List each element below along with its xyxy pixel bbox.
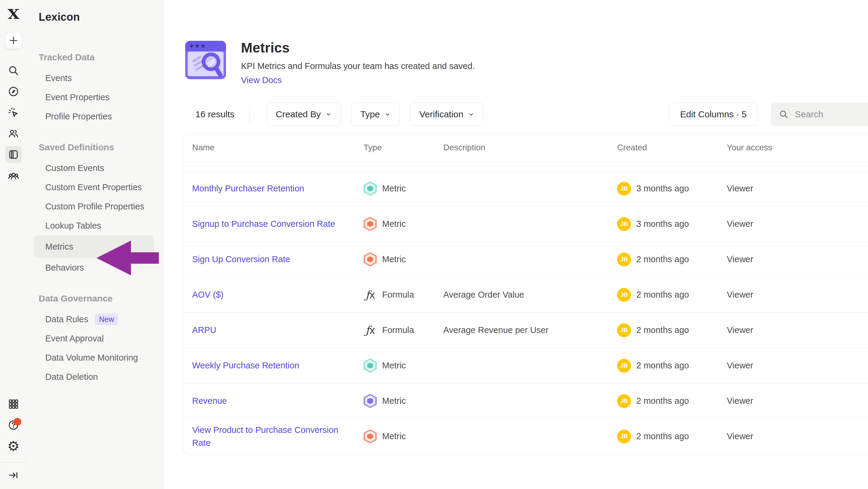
metric-name-link[interactable]: ARPU bbox=[192, 325, 235, 335]
sidebar-item-behaviors[interactable]: Behaviors bbox=[34, 258, 154, 277]
sidebar-item-label: Data Volume Monitoring bbox=[45, 353, 138, 363]
rail-help-button[interactable] bbox=[5, 417, 22, 433]
creator-avatar[interactable]: JB bbox=[617, 182, 631, 196]
metric-hexagon-icon bbox=[364, 394, 377, 408]
metric-hexagon-icon bbox=[364, 358, 377, 373]
sidebar-section: Saved Definitions Custom Events Custom E… bbox=[27, 142, 163, 277]
created-time: 2 months ago bbox=[636, 431, 689, 441]
verification-filter[interactable]: Verification bbox=[410, 103, 484, 126]
metric-name-link[interactable]: Sign Up Conversion Rate bbox=[192, 254, 308, 264]
column-header-created[interactable]: Created bbox=[617, 143, 727, 152]
plus-icon bbox=[8, 35, 19, 46]
metric-name-link[interactable]: Signup to Purchase Conversion Rate bbox=[192, 219, 353, 229]
creator-avatar[interactable]: JB bbox=[617, 288, 631, 302]
creator-avatar[interactable]: JB bbox=[617, 323, 631, 337]
created-time: 2 months ago bbox=[636, 254, 689, 264]
sidebar-item-label: Custom Event Properties bbox=[45, 182, 142, 192]
sidebar-section: Tracked Data Events Event Properties Pro… bbox=[27, 52, 163, 126]
view-docs-link[interactable]: View Docs bbox=[241, 75, 282, 85]
type-label: Metric bbox=[382, 183, 406, 194]
sidebar-sections: Tracked Data Events Event Properties Pro… bbox=[27, 52, 163, 386]
metric-name-link[interactable]: Revenue bbox=[192, 396, 245, 406]
table-body: Monthly Purchaser Retention Metric JB 3 … bbox=[184, 171, 868, 454]
creator-avatar[interactable]: JB bbox=[617, 394, 631, 408]
sidebar-item-label: Data Deletion bbox=[45, 372, 98, 382]
sidebar-item-data-deletion[interactable]: Data Deletion bbox=[34, 367, 154, 386]
access-cell: Viewer bbox=[727, 183, 868, 194]
compass-icon bbox=[7, 86, 20, 97]
sidebar-item-event-properties[interactable]: Event Properties bbox=[34, 88, 154, 107]
rail-divider bbox=[0, 462, 27, 463]
sidebar-item-label: Custom Events bbox=[45, 163, 104, 173]
table-row: ARPU ƒx Formula Average Revenue per User… bbox=[184, 312, 868, 348]
search-input[interactable] bbox=[795, 109, 861, 119]
column-header-your-access[interactable]: Your access bbox=[727, 143, 868, 152]
rail-apps-button[interactable] bbox=[5, 396, 22, 412]
sidebar-item-data-rules[interactable]: Data Rules New bbox=[34, 310, 154, 329]
rail-cohorts-button[interactable] bbox=[5, 167, 22, 184]
click-cursor-icon bbox=[7, 107, 20, 118]
sidebar-item-profile-properties[interactable]: Profile Properties bbox=[34, 107, 154, 126]
rail-events-button[interactable] bbox=[5, 104, 22, 121]
rail-users-button[interactable] bbox=[5, 125, 22, 142]
page-subtitle: KPI Metrics and Formulas your team has c… bbox=[241, 61, 475, 71]
creator-avatar[interactable]: JB bbox=[617, 217, 631, 231]
edit-columns-label: Edit Columns · 5 bbox=[680, 109, 747, 119]
sidebar-item-custom-events[interactable]: Custom Events bbox=[34, 159, 154, 178]
metric-name-link[interactable]: Weekly Purchase Retention bbox=[192, 361, 317, 370]
table-row: Weekly Purchase Retention Metric JB 2 mo… bbox=[184, 348, 868, 383]
lexicon-book-icon bbox=[7, 148, 20, 161]
sidebar-section-label: Data Governance bbox=[39, 293, 163, 304]
column-header-name[interactable]: Name bbox=[184, 143, 364, 152]
rail-discover-button[interactable] bbox=[5, 83, 22, 100]
sidebar-item-custom-event-properties[interactable]: Custom Event Properties bbox=[34, 178, 154, 197]
access-cell: Viewer bbox=[727, 396, 868, 406]
metric-name-link[interactable]: AOV ($) bbox=[192, 290, 242, 299]
column-header-description[interactable]: Description bbox=[443, 143, 617, 152]
sidebar-item-custom-profile-properties[interactable]: Custom Profile Properties bbox=[34, 197, 154, 216]
search-icon bbox=[779, 109, 789, 119]
access-cell: Viewer bbox=[727, 325, 868, 335]
rail-lexicon-button[interactable] bbox=[5, 146, 22, 163]
sidebar-section-label: Saved Definitions bbox=[39, 142, 163, 152]
created-by-filter[interactable]: Created By bbox=[267, 103, 341, 126]
mixpanel-logo-icon[interactable]: X bbox=[8, 7, 19, 22]
sidebar-item-events[interactable]: Events bbox=[34, 68, 154, 88]
table-row: Signup to Purchase Conversion Rate Metri… bbox=[184, 206, 868, 241]
table-row: View Product to Purchase Conversion Rate… bbox=[184, 419, 868, 454]
collapse-panel-button[interactable] bbox=[5, 467, 22, 484]
metrics-table: Name Type Description Created Your acces… bbox=[183, 133, 868, 454]
created-time: 2 months ago bbox=[636, 396, 689, 406]
access-cell: Viewer bbox=[727, 431, 868, 441]
sidebar-item-metrics[interactable]: Metrics bbox=[34, 235, 154, 258]
table-row: Sign Up Conversion Rate Metric JB 2 mont… bbox=[184, 241, 868, 277]
sidebar-item-label: Metrics bbox=[45, 242, 73, 252]
sidebar-item-label: Lookup Tables bbox=[45, 221, 101, 231]
edit-columns-button[interactable]: Edit Columns · 5 bbox=[669, 103, 758, 126]
search-box[interactable] bbox=[771, 103, 868, 126]
create-new-button[interactable] bbox=[5, 32, 22, 49]
creator-avatar[interactable]: JB bbox=[617, 253, 631, 266]
metric-hexagon-icon bbox=[364, 217, 377, 231]
metric-name-link[interactable]: View Product to Purchase Conversion Rate bbox=[192, 425, 338, 447]
lexicon-sidebar: Lexicon Tracked Data Events Event Proper… bbox=[27, 0, 163, 489]
created-time: 3 months ago bbox=[636, 183, 689, 194]
creator-avatar[interactable]: JB bbox=[617, 359, 631, 373]
type-filter[interactable]: Type bbox=[351, 103, 400, 126]
notification-dot bbox=[13, 418, 21, 426]
rail-settings-button[interactable]: ⚙ bbox=[5, 438, 22, 455]
creator-avatar[interactable]: JB bbox=[617, 430, 631, 443]
rail-search-button[interactable] bbox=[5, 62, 22, 79]
toolbar-divider bbox=[249, 106, 250, 123]
sidebar-title: Lexicon bbox=[39, 11, 163, 23]
metric-name-link[interactable]: Monthly Purchaser Retention bbox=[192, 183, 322, 193]
type-label: Metric bbox=[382, 254, 406, 264]
column-header-type[interactable]: Type bbox=[364, 143, 443, 152]
table-header-row: Name Type Description Created Your acces… bbox=[184, 134, 868, 162]
sidebar-item-event-approval[interactable]: Event Approval bbox=[34, 329, 154, 348]
sidebar-item-lookup-tables[interactable]: Lookup Tables bbox=[34, 216, 154, 235]
sidebar-item-data-volume-monitoring[interactable]: Data Volume Monitoring bbox=[34, 348, 154, 367]
toolbar: 16 results Created By Type Verification … bbox=[183, 103, 868, 126]
description-cell: Average Order Value bbox=[443, 290, 617, 300]
access-cell: Viewer bbox=[727, 219, 868, 229]
